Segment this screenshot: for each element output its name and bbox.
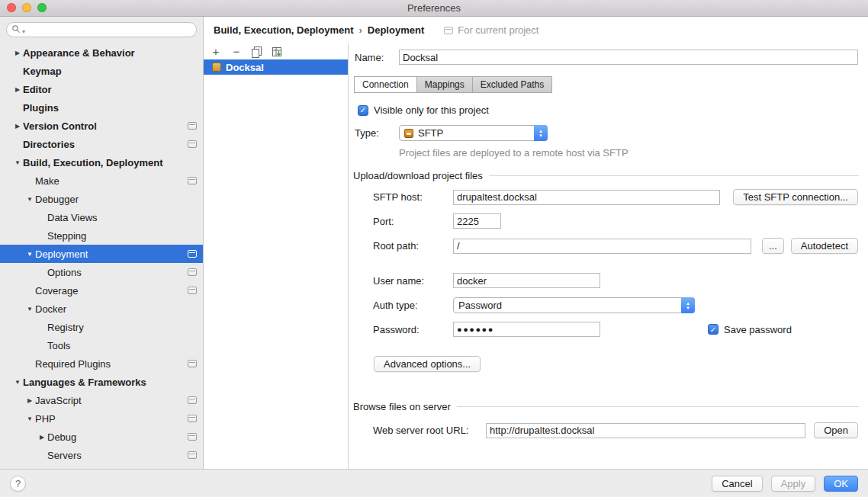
sidebar-item-label: Languages & Frameworks <box>23 377 146 388</box>
sftp-host-input[interactable] <box>453 190 720 205</box>
settings-search-box[interactable] <box>6 22 197 37</box>
tab-excluded-paths[interactable]: Excluded Paths <box>472 76 552 93</box>
sidebar-item-directories[interactable]: Directories <box>0 135 203 153</box>
sidebar-item-keymap[interactable]: Keymap <box>0 62 203 80</box>
current-project-badge-icon <box>188 451 197 459</box>
password-label: Password: <box>373 324 453 335</box>
expand-arrow-icon[interactable] <box>24 397 35 404</box>
expand-arrow-icon[interactable] <box>12 123 23 130</box>
sidebar-item-tools[interactable]: Tools <box>0 336 203 354</box>
web-root-url-input[interactable] <box>486 423 805 438</box>
sidebar-item-debugger[interactable]: Debugger <box>0 190 203 208</box>
expand-arrow-icon[interactable] <box>12 379 23 386</box>
dropdown-arrows-icon <box>681 297 695 313</box>
sidebar-item-required-plugins[interactable]: Required Plugins <box>0 354 203 373</box>
expand-arrow-icon[interactable] <box>12 50 23 56</box>
test-sftp-connection-button[interactable]: Test SFTP connection... <box>733 189 858 205</box>
ok-button[interactable]: OK <box>824 476 858 492</box>
server-list-toolbar <box>204 43 348 59</box>
sidebar-item-registry[interactable]: Registry <box>0 318 203 336</box>
sftp-host-label: SFTP host: <box>373 191 453 203</box>
visible-only-label: Visible only for this project <box>374 104 489 116</box>
sidebar-item-label: Deployment <box>35 248 88 260</box>
expand-arrow-icon[interactable] <box>37 434 47 441</box>
visible-only-checkbox[interactable] <box>358 105 368 116</box>
minimize-window-button[interactable] <box>22 3 31 12</box>
expand-arrow-icon[interactable] <box>12 86 23 93</box>
add-server-button[interactable] <box>211 46 221 57</box>
auth-type-dropdown[interactable]: Password <box>453 297 695 313</box>
deployment-form: Name: Connection Mappings Excluded Paths… <box>349 43 868 469</box>
sidebar-item-docker[interactable]: Docker <box>0 300 203 318</box>
current-project-badge-icon <box>188 268 197 276</box>
sidebar-item-stepping[interactable]: Stepping <box>0 226 203 245</box>
section-divider <box>489 175 859 176</box>
close-window-button[interactable] <box>7 3 16 12</box>
password-input[interactable] <box>453 322 600 337</box>
current-project-badge-icon <box>188 122 197 130</box>
user-name-input[interactable] <box>453 273 600 288</box>
tab-mappings[interactable]: Mappings <box>416 76 473 93</box>
sidebar-item-label: Keymap <box>23 66 62 77</box>
sidebar-item-deployment[interactable]: Deployment <box>0 245 203 263</box>
section-browse-files-label: Browse files on server <box>353 401 451 412</box>
footer-bar: ? Cancel Apply OK <box>0 469 868 497</box>
browse-root-path-button[interactable]: ... <box>762 238 784 254</box>
sidebar-item-version-control[interactable]: Version Control <box>0 117 203 135</box>
settings-sidebar: Appearance & BehaviorKeymapEditorPlugins… <box>0 17 204 469</box>
advanced-options-button[interactable]: Advanced options... <box>374 356 481 372</box>
traffic-lights <box>7 3 47 12</box>
port-input[interactable] <box>453 213 501 229</box>
copy-server-button[interactable] <box>252 46 262 57</box>
type-dropdown[interactable]: SFTP <box>399 125 548 141</box>
preferences-window: Preferences Appearance & BehaviorKeymapE… <box>0 0 868 497</box>
sidebar-item-data-views[interactable]: Data Views <box>0 208 203 226</box>
expand-arrow-icon[interactable] <box>24 306 35 313</box>
use-as-default-button[interactable] <box>272 46 282 57</box>
sidebar-item-debug[interactable]: Debug <box>0 428 203 446</box>
breadcrumb: Build, Execution, Deployment › Deploymen… <box>204 17 868 43</box>
save-password-checkbox[interactable] <box>708 324 719 335</box>
search-icon <box>11 24 21 36</box>
sidebar-item-editor[interactable]: Editor <box>0 80 203 98</box>
sidebar-item-label: Docker <box>35 303 66 315</box>
zoom-window-button[interactable] <box>37 3 47 12</box>
server-list-item-docksal[interactable]: Docksal <box>204 59 348 75</box>
autodetect-button[interactable]: Autodetect <box>791 238 858 254</box>
search-options-caret-icon[interactable] <box>22 24 25 36</box>
expand-arrow-icon[interactable] <box>24 196 35 203</box>
expand-arrow-icon[interactable] <box>24 251 35 258</box>
root-path-input[interactable] <box>453 239 751 254</box>
sidebar-item-javascript[interactable]: JavaScript <box>0 391 203 409</box>
sidebar-item-options[interactable]: Options <box>0 263 203 281</box>
sidebar-item-build-execution-deployment[interactable]: Build, Execution, Deployment <box>0 153 203 172</box>
breadcrumb-parent[interactable]: Build, Execution, Deployment <box>214 24 353 36</box>
sidebar-item-php[interactable]: PHP <box>0 409 203 428</box>
open-url-button[interactable]: Open <box>814 422 858 438</box>
scope-indicator: For current project <box>444 24 538 36</box>
current-project-badge-icon <box>188 250 197 258</box>
sidebar-item-servers[interactable]: Servers <box>0 446 203 464</box>
sidebar-item-label: Make <box>35 175 59 187</box>
cancel-button[interactable]: Cancel <box>712 476 762 492</box>
sidebar-item-coverage[interactable]: Coverage <box>0 281 203 300</box>
sidebar-item-make[interactable]: Make <box>0 172 203 190</box>
apply-button[interactable]: Apply <box>771 476 816 492</box>
sidebar-item-plugins[interactable]: Plugins <box>0 98 203 117</box>
sidebar-item-label: Debug <box>47 431 76 443</box>
section-upload-download: Upload/download project files <box>353 170 859 181</box>
expand-arrow-icon[interactable] <box>24 415 35 422</box>
help-button[interactable]: ? <box>10 476 26 492</box>
settings-search-input[interactable] <box>27 24 191 35</box>
tab-connection[interactable]: Connection <box>354 76 417 93</box>
name-input[interactable] <box>399 50 858 65</box>
remove-server-button[interactable] <box>231 46 242 57</box>
sidebar-item-label: Data Views <box>47 212 98 223</box>
expand-arrow-icon[interactable] <box>12 159 23 166</box>
config-tabs: Connection Mappings Excluded Paths <box>355 76 868 93</box>
sidebar-item-languages-frameworks[interactable]: Languages & Frameworks <box>0 373 203 391</box>
current-project-badge-icon <box>188 433 197 441</box>
sidebar-item-appearance-behavior[interactable]: Appearance & Behavior <box>0 43 203 62</box>
auth-type-label: Auth type: <box>373 300 453 311</box>
auth-type-dropdown-value: Password <box>458 300 502 311</box>
